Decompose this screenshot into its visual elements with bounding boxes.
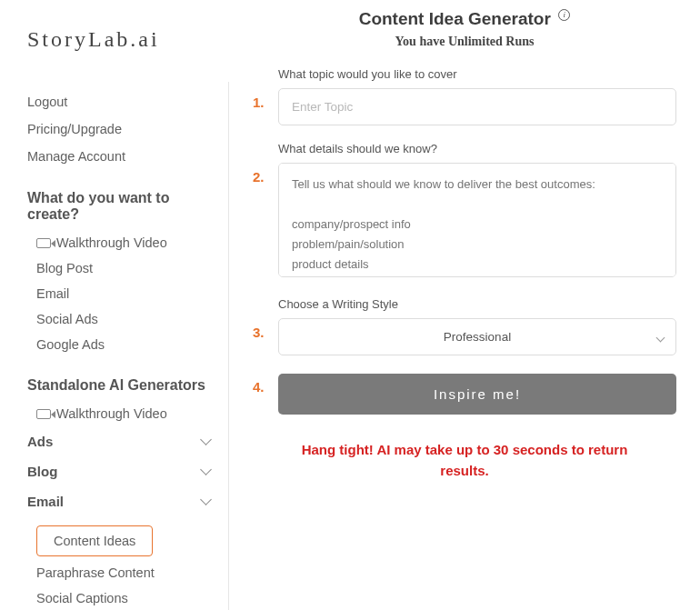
topic-input[interactable] [278, 88, 676, 125]
nav-walkthrough-video[interactable]: Walkthrough Video [36, 230, 229, 255]
main-content: Content Idea Generator i You have Unlimi… [229, 0, 700, 610]
group-label: Email [27, 494, 64, 509]
nav-blog-post[interactable]: Blog Post [36, 255, 229, 281]
nav-social-captions[interactable]: Social Captions [36, 585, 229, 610]
style-select[interactable]: Professional [278, 318, 676, 355]
nav-standalone-walkthrough-video[interactable]: Walkthrough Video [36, 401, 229, 426]
nav-google-ads[interactable]: Google Ads [36, 332, 229, 357]
video-icon [36, 409, 51, 419]
details-textarea[interactable] [278, 163, 676, 277]
wait-message: Hang tight! AI may take up to 30 seconds… [253, 440, 676, 481]
step-number: 3. [253, 297, 278, 340]
page-title-row: Content Idea Generator i [253, 9, 676, 29]
group-email[interactable]: Email [27, 486, 229, 516]
nav-item-label: Walkthrough Video [56, 406, 167, 421]
nav-pricing-upgrade[interactable]: Pricing/Upgrade [27, 115, 229, 143]
topic-label: What topic would you like to cover [278, 67, 676, 81]
info-icon[interactable]: i [558, 9, 570, 21]
sidebar: StoryLab.ai Logout Pricing/Upgrade Manag… [0, 0, 229, 610]
create-list: Walkthrough Video Blog Post Email Social… [27, 230, 229, 357]
details-label: What details should we know? [278, 142, 676, 155]
nav-manage-account[interactable]: Manage Account [27, 143, 229, 170]
runs-subtitle: You have Unlimited Runs [253, 35, 676, 49]
step-number: 1. [253, 67, 278, 110]
video-icon [36, 238, 51, 248]
chevron-down-icon [200, 495, 213, 508]
nav-paraphrase-content[interactable]: Paraphrase Content [36, 560, 229, 585]
nav-content-ideas[interactable]: Content Ideas [36, 525, 153, 556]
nav-social-ads[interactable]: Social Ads [36, 306, 229, 332]
group-blog[interactable]: Blog [27, 456, 229, 486]
nav-item-label: Walkthrough Video [56, 235, 167, 250]
step-style: 3. Choose a Writing Style Professional [253, 297, 676, 355]
step-submit: 4. Inspire me! [253, 374, 676, 415]
top-nav: Logout Pricing/Upgrade Manage Account [27, 88, 229, 170]
step-details: 2. What details should we know? [253, 142, 676, 281]
group-ads[interactable]: Ads [27, 426, 229, 456]
create-heading: What do you want to create? [27, 190, 229, 223]
chevron-down-icon [200, 465, 213, 478]
step-topic: 1. What topic would you like to cover [253, 67, 676, 125]
style-select-wrap: Professional [278, 318, 676, 355]
nav-logout[interactable]: Logout [27, 88, 229, 115]
standalone-heading: Standalone AI Generators [27, 377, 229, 394]
page-title: Content Idea Generator [359, 9, 551, 29]
standalone-list: Walkthrough Video [27, 401, 229, 426]
bottom-list: Content Ideas Paraphrase Content Social … [27, 522, 229, 610]
brand-logo: StoryLab.ai [27, 27, 229, 52]
step-number: 2. [253, 142, 278, 185]
nav-email[interactable]: Email [36, 281, 229, 306]
group-label: Blog [27, 464, 57, 479]
step-number: 4. [253, 374, 278, 395]
inspire-me-button[interactable]: Inspire me! [278, 374, 676, 415]
group-label: Ads [27, 434, 53, 449]
chevron-down-icon [200, 435, 213, 448]
style-label: Choose a Writing Style [278, 297, 676, 311]
